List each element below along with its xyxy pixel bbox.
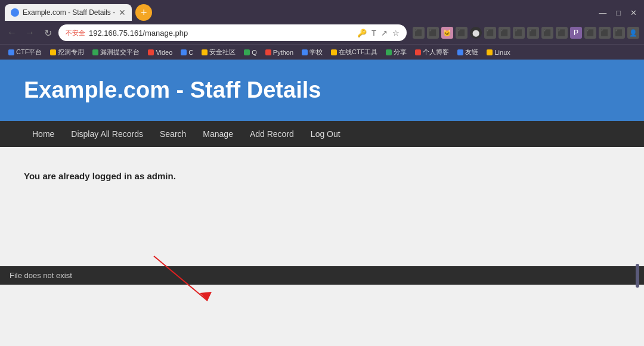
bookmark-security[interactable]: 安全社区 (198, 46, 239, 58)
address-input[interactable]: 不安全 192.168.75.161/manage.php 🔑 T ↗ ☆ (58, 24, 407, 41)
bookmark-icon (181, 49, 187, 55)
page-content: Example.com - Staff Details Home Display… (0, 60, 644, 285)
translate-icon[interactable]: T (371, 29, 376, 38)
bookmark-video[interactable]: Video (144, 48, 176, 57)
nav-home[interactable]: Home (24, 121, 63, 147)
bookmark-icon (148, 49, 154, 55)
active-tab[interactable]: Example.com - Staff Details - ✕ (5, 4, 132, 21)
status-message: File does not exist (10, 271, 72, 280)
back-button[interactable]: ← (5, 27, 19, 38)
window-controls: — □ ✕ (599, 8, 639, 17)
bookmark-star-icon[interactable]: ☆ (392, 29, 400, 38)
maximize-button[interactable]: □ (616, 8, 621, 17)
bookmark-icon (302, 49, 308, 55)
scrollbar[interactable] (636, 264, 639, 288)
bookmark-q[interactable]: Q (240, 48, 261, 57)
extension-icons: ⬛ ⬛ 🐱 ⬛ ⬤ ⬛ ⬛ ⬛ ⬛ ⬛ ⬛ P ⬛ ⬛ ⬛ 👤 (413, 27, 639, 39)
refresh-button[interactable]: ↻ (41, 27, 55, 39)
status-bar: File does not exist (0, 266, 644, 285)
ext-6[interactable]: ⬛ (484, 27, 496, 39)
share-icon[interactable]: ↗ (381, 29, 388, 38)
profile-icon[interactable]: 👤 (627, 27, 639, 39)
bookmark-share[interactable]: 分享 (382, 46, 410, 58)
minimize-button[interactable]: — (599, 8, 606, 17)
logged-in-message: You are already logged in as admin. (24, 171, 620, 181)
bookmark-c[interactable]: C (177, 48, 197, 57)
ext-12[interactable]: P (570, 27, 582, 39)
tab-close-button[interactable]: ✕ (119, 8, 126, 17)
ext-15[interactable]: ⬛ (613, 27, 625, 39)
bookmark-ctf[interactable]: CTF平台 (5, 46, 45, 58)
ext-8[interactable]: ⬛ (513, 27, 525, 39)
ext-7[interactable]: ⬛ (499, 27, 510, 39)
bookmark-icon (50, 49, 56, 55)
bookmark-python[interactable]: Python (262, 48, 297, 57)
nav-manage[interactable]: Manage (194, 121, 242, 147)
bookmark-icon (8, 49, 14, 55)
security-badge: 不安全 (66, 29, 85, 38)
ext-13[interactable]: ⬛ (584, 27, 596, 39)
bookmark-icon (202, 49, 208, 55)
tab-favicon (11, 8, 19, 17)
bookmark-linux[interactable]: Linux (483, 48, 513, 57)
bookmark-school[interactable]: 学校 (298, 46, 326, 58)
address-bar: ← → ↻ 不安全 192.168.75.161/manage.php 🔑 T … (0, 21, 644, 44)
ext-3[interactable]: 🐱 (441, 27, 453, 39)
bookmark-icon (487, 49, 493, 55)
ext-1[interactable]: ⬛ (413, 27, 425, 39)
address-action-icons: 🔑 T ↗ ☆ (357, 29, 400, 38)
tab-bar: Example.com - Staff Details - ✕ + — □ ✕ (0, 0, 644, 21)
svg-marker-1 (200, 292, 212, 301)
ext-4[interactable]: ⬛ (456, 27, 467, 39)
forward-button[interactable]: → (23, 27, 37, 38)
site-nav: Home Display All Records Search Manage A… (0, 121, 644, 147)
bookmark-vuln[interactable]: 漏洞提交平台 (89, 46, 143, 58)
bookmarks-bar: CTF平台 挖洞专用 漏洞提交平台 Video C 安全社区 (0, 44, 644, 60)
bookmark-icon (415, 49, 421, 55)
bookmark-icon (331, 49, 337, 55)
nav-display-all[interactable]: Display All Records (63, 121, 151, 147)
new-tab-button[interactable]: + (135, 4, 152, 21)
ext-14[interactable]: ⬛ (599, 27, 611, 39)
nav-logout[interactable]: Log Out (302, 121, 349, 147)
bookmark-blog[interactable]: 个人博客 (411, 46, 453, 58)
bookmark-icon (92, 49, 98, 55)
bookmark-icon (265, 49, 271, 55)
url-text: 192.168.75.161/manage.php (89, 29, 351, 38)
key-icon[interactable]: 🔑 (357, 29, 367, 38)
bookmark-ctftool[interactable]: 在线CTF工具 (327, 46, 381, 58)
close-button[interactable]: ✕ (630, 8, 637, 17)
site-title: Example.com - Staff Details (24, 77, 620, 103)
nav-search[interactable]: Search (151, 121, 194, 147)
ext-2[interactable]: ⬛ (427, 27, 439, 39)
tab-title: Example.com - Staff Details - (23, 8, 115, 17)
browser-window: Example.com - Staff Details - ✕ + — □ ✕ … (0, 0, 644, 346)
ext-9[interactable]: ⬛ (527, 27, 539, 39)
browser-chrome: Example.com - Staff Details - ✕ + — □ ✕ … (0, 0, 644, 60)
site-header: Example.com - Staff Details (0, 60, 644, 121)
main-content: You are already logged in as admin. (0, 147, 644, 266)
bookmark-icon (386, 49, 392, 55)
ext-11[interactable]: ⬛ (556, 27, 568, 39)
bookmark-icon (244, 49, 250, 55)
ext-10[interactable]: ⬛ (541, 27, 553, 39)
bookmark-icon (457, 49, 463, 55)
ext-5[interactable]: ⬤ (470, 27, 482, 39)
bookmark-wadon[interactable]: 挖洞专用 (47, 46, 88, 58)
nav-add-record[interactable]: Add Record (242, 121, 302, 147)
bookmark-links[interactable]: 友链 (454, 46, 482, 58)
